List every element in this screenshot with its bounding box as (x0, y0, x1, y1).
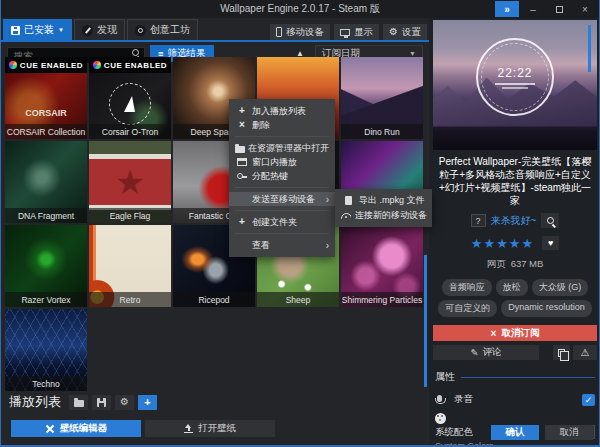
menu-item-label: 删除 (252, 119, 270, 132)
rating-stars[interactable]: ★★★★★ ♥ (429, 234, 600, 252)
titlebar: Wallpaper Engine 2.0.17 - Steam 版 » – × (1, 0, 599, 18)
wallpaper-size: 637 MB (511, 258, 544, 271)
tab-workshop[interactable]: 创意工坊 (127, 19, 198, 40)
menu-item[interactable]: 发送至移动设备› (229, 192, 335, 206)
corsair-ring-icon (109, 83, 151, 125)
author-search-button[interactable] (541, 213, 559, 228)
menu-item[interactable]: 查看› (229, 238, 335, 252)
tag-pill[interactable]: 大众级 (G) (532, 279, 589, 296)
star-icon[interactable]: ★ (509, 236, 522, 251)
menu-item[interactable]: 在资源管理器中打开 (229, 141, 335, 155)
wallpaper-tile[interactable]: DNA Fragment (5, 141, 87, 223)
icue-banner-text: CUE ENABLED (20, 61, 83, 70)
wallpaper-tile[interactable]: Techno (5, 309, 87, 391)
playlist-settings-button[interactable]: ⚙ (115, 395, 134, 410)
warning-icon: ⚠ (581, 347, 590, 358)
tile-label: Dino Run (341, 124, 423, 139)
clock-time: 22:22 (497, 66, 532, 80)
wallpaper-tile[interactable]: Dino Run (341, 57, 423, 139)
wallpaper-tile[interactable]: Shimmering Particles (341, 225, 423, 307)
open-wallpaper-button[interactable]: 打开壁纸 (145, 420, 275, 437)
wallpaper-tile[interactable]: ★Eagle Flag (89, 141, 171, 223)
icue-banner: CUE ENABLED (5, 57, 87, 73)
open-wallpaper-label: 打开壁纸 (198, 422, 236, 435)
context-submenu: 导出 .mpkg 文件连接新的移动设备 (335, 189, 432, 227)
comment-row: ✎ 评论 ⚠ (433, 345, 597, 360)
tag-pill[interactable]: 放松 (496, 279, 528, 296)
menu-item-label: 创建文件夹 (252, 216, 297, 229)
star-icon[interactable]: ★ (484, 236, 497, 251)
star-icon[interactable]: ★ (521, 236, 534, 251)
context-menu: +加入播放列表×删除在资源管理器中打开窗口内播放分配热键发送至移动设备›+创建文… (229, 99, 335, 257)
tile-label: Sheep (257, 292, 339, 307)
panel-scrollbar[interactable] (588, 25, 591, 72)
save-icon (97, 398, 106, 407)
wallpaper-tile[interactable]: CUE ENABLEDCorsair O-Tron (89, 57, 171, 139)
close-icon: × (582, 4, 588, 15)
icue-logo-icon (9, 61, 17, 69)
clock-overlay: 22:22 (476, 38, 554, 116)
menu-item[interactable]: ×删除 (229, 118, 335, 132)
playlist-save-button[interactable] (92, 395, 111, 410)
star-icon[interactable]: ★ (471, 236, 484, 251)
tab-discover[interactable]: 发现 (74, 19, 125, 40)
playlist-add-button[interactable]: + (138, 395, 157, 410)
wallpaper-tile[interactable]: Retro (89, 225, 171, 307)
display-label: 显示 (354, 26, 373, 39)
menu-item[interactable]: 连接新的移动设备 (335, 208, 432, 223)
plus-icon: + (239, 106, 245, 116)
confirm-button[interactable]: 确认 (491, 425, 539, 440)
plus-icon: + (239, 217, 245, 227)
properties-title: 属性 (435, 370, 455, 384)
menu-separator (235, 233, 329, 234)
tag-pill[interactable]: 可自定义的 (438, 300, 497, 317)
tab-discover-label: 发现 (97, 23, 117, 37)
favorite-button[interactable]: ♥ (542, 236, 559, 250)
comment-button[interactable]: ✎ 评论 (433, 345, 539, 360)
minimize-button[interactable]: – (521, 1, 545, 17)
author-link[interactable]: 来杀我好~ (491, 214, 537, 228)
icue-banner: CUE ENABLED (89, 57, 171, 73)
settings-button[interactable]: ⚙ 设置 (383, 24, 427, 40)
maximize-button[interactable] (547, 1, 571, 17)
expand-panel-button[interactable]: » (495, 1, 519, 17)
playlist-open-button[interactable] (69, 395, 88, 410)
author-row: ? 来杀我好~ (429, 213, 600, 228)
menu-item[interactable]: 窗口内播放 (229, 155, 335, 169)
mobile-devices-button[interactable]: 移动设备 (270, 24, 330, 40)
wallpaper-editor-button[interactable]: 壁纸编辑器 (11, 420, 141, 437)
unsubscribe-button[interactable]: × 取消订阅 (433, 325, 597, 341)
cancel-button[interactable]: 取消 (545, 425, 593, 440)
menu-item-icon-cell: + (235, 217, 249, 227)
app-window: Wallpaper Engine 2.0.17 - Steam 版 » – × … (0, 0, 600, 447)
author-avatar: ? (471, 214, 486, 227)
menu-item-label: 窗口内播放 (252, 156, 297, 169)
audio-checkbox[interactable]: ✓ (582, 394, 595, 406)
menu-item[interactable]: +加入播放列表 (229, 104, 335, 118)
tag-pill[interactable]: Dynamic resolution (501, 300, 592, 317)
copy-button[interactable] (553, 345, 570, 360)
accent-divider (1, 40, 429, 42)
menu-separator (235, 187, 329, 188)
wallpaper-tile[interactable]: Razer Vortex (5, 225, 87, 307)
display-button[interactable]: 显示 (334, 24, 379, 40)
close-icon: × (491, 328, 497, 339)
stars: ★★★★★ (471, 234, 534, 252)
plus-icon: + (144, 396, 150, 408)
grid-scrollbar-thumb[interactable] (424, 255, 427, 387)
wallpaper-preview[interactable]: 22:22 (433, 20, 597, 150)
star-icon[interactable]: ★ (496, 236, 509, 251)
close-button[interactable]: × (573, 1, 597, 17)
tile-label: DNA Fragment (5, 208, 87, 223)
menu-item[interactable]: 分配热键 (229, 169, 335, 183)
tag-pill[interactable]: 音频响应 (442, 279, 492, 296)
confirm-row: 确认 取消 (491, 425, 593, 440)
tab-installed[interactable]: 已安装 ▼ (3, 19, 72, 40)
wallpaper-title: Perfect Wallpaper-完美壁纸【落樱粒子+多风格动态音频响应+自定… (429, 150, 600, 207)
menu-item[interactable]: +创建文件夹 (229, 215, 335, 229)
wallpaper-tile[interactable]: CUE ENABLEDCORSAIRCORSAIR Collection (5, 57, 87, 139)
maximize-icon (556, 6, 563, 13)
report-button[interactable]: ⚠ (573, 345, 597, 360)
copy-icon (558, 349, 565, 357)
menu-item[interactable]: 导出 .mpkg 文件 (335, 193, 432, 208)
